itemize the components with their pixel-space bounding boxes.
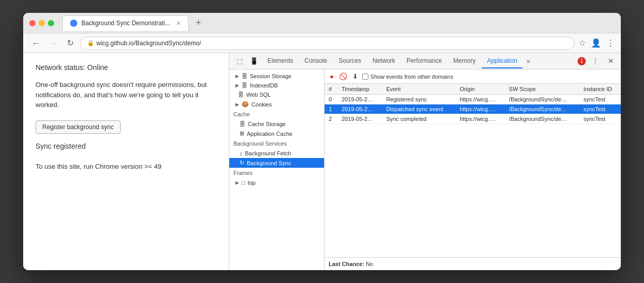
col-num: #: [325, 84, 337, 95]
cell-4: /BackgroundSync/de…: [505, 114, 580, 124]
new-tab-button[interactable]: +: [193, 16, 205, 29]
more-tabs-icon[interactable]: »: [523, 56, 533, 67]
close-button[interactable]: [29, 20, 36, 26]
sidebar-icon-bg-fetch: ↕: [240, 150, 243, 156]
version-note: To use this site, run Chrome version >= …: [36, 163, 216, 170]
device-icon[interactable]: 📱: [247, 56, 261, 66]
forward-button[interactable]: →: [47, 38, 60, 49]
cell-3: https://wicg….: [455, 104, 505, 114]
browser-toolbar-icons: ☆ 👤 ⋮: [579, 38, 615, 48]
col-origin: Origin: [455, 84, 505, 95]
cell-0: 1: [325, 104, 337, 114]
cell-5: syncTest: [579, 104, 621, 114]
show-events-checkbox[interactable]: [362, 74, 368, 80]
bg-services-section-header: Background Services: [229, 138, 324, 149]
expand-arrow-icon: ▶: [235, 102, 239, 107]
sidebar-label-websql: Web SQL: [246, 92, 271, 98]
show-events-label[interactable]: Show events from other domains: [362, 74, 453, 80]
sidebar-group-websql[interactable]: 🗄 Web SQL: [229, 90, 324, 99]
tab-memory[interactable]: Memory: [448, 54, 481, 68]
cell-0: 2: [325, 114, 337, 124]
sidebar-label-session: Session Storage: [250, 73, 292, 79]
avatar-icon[interactable]: 👤: [591, 38, 601, 48]
traffic-lights: [29, 20, 54, 26]
last-chance-value: No: [366, 261, 373, 267]
tab-application[interactable]: Application: [482, 54, 522, 68]
table-row[interactable]: 12019-05-2…Dispatched sync eventhttps://…: [325, 104, 621, 114]
network-status: Network status: Online: [36, 63, 216, 72]
menu-icon[interactable]: ⋮: [606, 38, 615, 48]
sidebar-item-bg-fetch[interactable]: ↕ Background Fetch: [229, 149, 324, 158]
sidebar-icon-app-cache: ⊞: [240, 130, 244, 137]
col-sw-scope: SW Scope: [505, 84, 580, 95]
sidebar-icon-bg-sync: ↻: [240, 160, 244, 166]
lock-icon: 🔒: [87, 40, 94, 46]
sync-registered-text: Sync registered: [36, 142, 216, 150]
cell-4: /BackgroundSync/de…: [505, 104, 580, 114]
tab-favicon: [70, 20, 77, 27]
show-events-text: Show events from other domains: [370, 74, 453, 80]
sidebar-group-session-storage[interactable]: ▶ 🗄 Session Storage: [229, 72, 324, 81]
clear-button[interactable]: 🚫: [338, 72, 348, 81]
browser-window: Background Sync Demonstrati... ✕ + ← → ↻…: [23, 13, 621, 270]
url-bar[interactable]: 🔒 wicg.github.io/BackgroundSync/demo/: [80, 37, 574, 50]
tab-network[interactable]: Network: [367, 54, 400, 68]
tab-close-icon[interactable]: ✕: [176, 20, 181, 27]
bookmark-icon[interactable]: ☆: [579, 38, 586, 48]
cell-2: Registered sync: [382, 95, 455, 104]
expand-arrow-icon: ▶: [235, 83, 239, 88]
table-row[interactable]: 02019-05-2…Registered synchttps://wicg….…: [325, 95, 621, 104]
cell-4: /BackgroundSync/de…: [505, 95, 580, 104]
sidebar-icon-session: 🗄: [242, 73, 247, 79]
tab-console[interactable]: Console: [299, 54, 332, 68]
cell-1: 2019-05-2…: [337, 95, 382, 104]
address-bar: ← → ↻ 🔒 wicg.github.io/BackgroundSync/de…: [23, 33, 621, 53]
cell-1: 2019-05-2…: [337, 114, 382, 124]
sidebar-group-frames-top[interactable]: ▶ □ top: [229, 178, 324, 187]
sidebar-item-cache-storage[interactable]: 🗄 Cache Storage: [229, 119, 324, 129]
sidebar-icon-cookies: 🍪: [242, 101, 249, 108]
record-button[interactable]: ●: [329, 72, 335, 81]
back-button[interactable]: ←: [29, 38, 43, 49]
col-timestamp: Timestamp: [337, 84, 382, 95]
devtools-tab-bar: ⬚ 📱 Elements Console Sources Network Per…: [229, 53, 621, 69]
active-tab[interactable]: Background Sync Demonstrati... ✕: [62, 15, 189, 31]
sidebar-icon-indexeddb: 🗄: [242, 82, 247, 89]
sidebar-label-app-cache: Application Cache: [247, 131, 293, 137]
maximize-button[interactable]: [48, 20, 54, 26]
sync-events-table: # Timestamp Event Origin SW Scope Instan…: [325, 84, 621, 124]
sidebar-group-cookies[interactable]: ▶ 🍪 Cookies: [229, 99, 324, 109]
sidebar-item-bg-sync[interactable]: ↻ Background Sync: [229, 158, 324, 168]
minimize-button[interactable]: [39, 20, 45, 26]
tab-performance[interactable]: Performance: [401, 54, 447, 68]
devtools-close-icon[interactable]: ✕: [605, 56, 617, 66]
tab-elements[interactable]: Elements: [262, 54, 298, 68]
last-chance-label: Last Chance:: [329, 261, 364, 267]
panel-toolbar: ● 🚫 ⬇ Show events from other domains: [325, 69, 621, 84]
tab-sources[interactable]: Sources: [333, 54, 366, 68]
cell-3: https://wicg….: [455, 95, 505, 104]
cell-2: Sync completed: [382, 114, 455, 124]
sidebar-label-cookies: Cookies: [251, 101, 272, 108]
devtools-right-controls: 1 ⋮ ✕: [578, 56, 617, 66]
bg-sync-panel: ● 🚫 ⬇ Show events from other domains: [325, 69, 621, 270]
refresh-button[interactable]: ↻: [64, 37, 76, 49]
main-content: Network status: Online One-off backgroun…: [23, 53, 621, 270]
sidebar-item-app-cache[interactable]: ⊞ Application Cache: [229, 129, 324, 138]
devtools-body: ▶ 🗄 Session Storage ▶ 🗄 IndexedDB 🗄 Web …: [229, 69, 621, 270]
download-button[interactable]: ⬇: [351, 72, 359, 81]
devtools-sidebar: ▶ 🗄 Session Storage ▶ 🗄 IndexedDB 🗄 Web …: [229, 69, 325, 270]
sidebar-icon-frame: □: [242, 180, 245, 186]
inspect-icon[interactable]: ⬚: [233, 56, 246, 66]
events-table[interactable]: # Timestamp Event Origin SW Scope Instan…: [325, 84, 621, 257]
sidebar-group-indexeddb[interactable]: ▶ 🗄 IndexedDB: [229, 81, 324, 90]
sidebar-label-bg-fetch: Background Fetch: [245, 150, 291, 156]
sidebar-icon-cache-storage: 🗄: [240, 121, 245, 127]
register-background-sync-button[interactable]: Register background sync: [36, 120, 121, 134]
title-bar: Background Sync Demonstrati... ✕ +: [23, 13, 621, 33]
page-description: One-off background sync doesn't require …: [36, 80, 216, 110]
devtools-settings-icon[interactable]: ⋮: [589, 56, 602, 66]
cell-5: syncTest: [579, 114, 621, 124]
table-row[interactable]: 22019-05-2…Sync completedhttps://wicg…./…: [325, 114, 621, 124]
expand-arrow-icon: ▶: [235, 180, 239, 185]
